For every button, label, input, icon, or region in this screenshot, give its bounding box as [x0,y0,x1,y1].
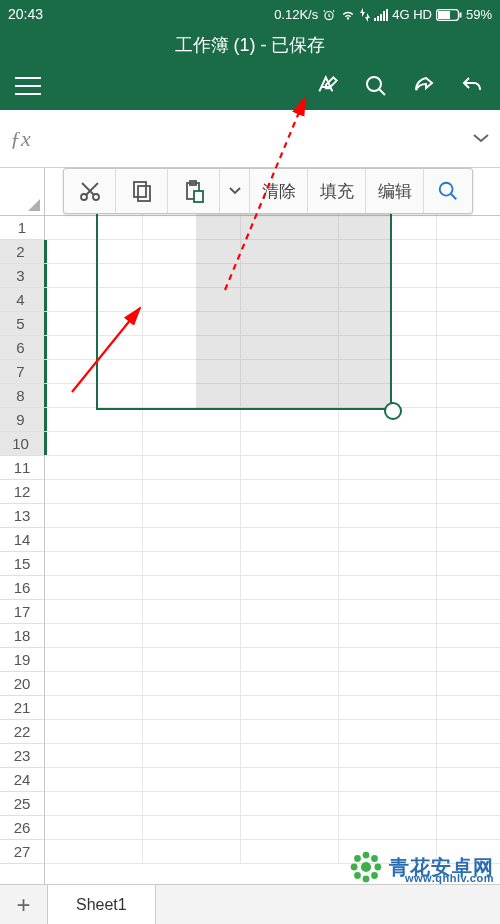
cell[interactable] [45,312,143,335]
cell[interactable] [45,552,143,575]
row-header[interactable]: 27 [0,840,44,864]
grid-row[interactable] [45,648,500,672]
cell[interactable] [143,720,241,743]
cell[interactable] [437,576,500,599]
cell[interactable] [143,504,241,527]
grid-row[interactable] [45,576,500,600]
cell[interactable] [241,528,339,551]
selection-handle-br[interactable] [384,402,402,420]
grid-row[interactable] [45,456,500,480]
cell[interactable] [45,480,143,503]
overflow-chevron[interactable] [220,169,250,213]
cell[interactable] [143,552,241,575]
cell[interactable] [45,648,143,671]
cell[interactable] [339,696,437,719]
row-header[interactable]: 2 [0,240,47,264]
cell[interactable] [241,264,339,287]
cell[interactable] [437,768,500,791]
grid-row[interactable] [45,480,500,504]
cell[interactable] [45,432,143,455]
grid-row[interactable] [45,624,500,648]
cell[interactable] [45,816,143,839]
cell[interactable] [45,216,143,239]
grid-row[interactable] [45,528,500,552]
share-button[interactable] [400,62,448,110]
cell[interactable] [241,648,339,671]
cell[interactable] [241,216,339,239]
row-header[interactable]: 9 [0,408,47,432]
cell[interactable] [143,360,241,383]
cell[interactable] [241,696,339,719]
cell[interactable] [437,240,500,263]
grid-row[interactable] [45,288,500,312]
cell[interactable] [45,840,143,863]
cell[interactable] [437,384,500,407]
row-header[interactable]: 26 [0,816,44,840]
cell[interactable] [143,384,241,407]
grid-row[interactable] [45,504,500,528]
cell[interactable] [339,624,437,647]
cell[interactable] [241,432,339,455]
cell[interactable] [437,216,500,239]
cell[interactable] [339,672,437,695]
cell[interactable] [437,432,500,455]
cell[interactable] [339,456,437,479]
cell[interactable] [45,504,143,527]
cell[interactable] [437,600,500,623]
cell[interactable] [241,792,339,815]
cell[interactable] [241,552,339,575]
cell[interactable] [45,624,143,647]
row-header[interactable]: 5 [0,312,47,336]
cell[interactable] [241,312,339,335]
cell[interactable] [339,600,437,623]
cell[interactable] [241,504,339,527]
cell[interactable] [241,384,339,407]
cell[interactable] [437,480,500,503]
cell[interactable] [339,744,437,767]
cell[interactable] [45,576,143,599]
row-header[interactable]: 11 [0,456,44,480]
cell[interactable] [339,360,437,383]
cell[interactable] [339,336,437,359]
cell[interactable] [241,240,339,263]
row-header[interactable]: 14 [0,528,44,552]
cut-button[interactable] [64,169,116,213]
cell[interactable] [241,576,339,599]
grid-row[interactable] [45,216,500,240]
edit-button[interactable]: 编辑 [366,169,424,213]
cell[interactable] [241,360,339,383]
cell[interactable] [143,312,241,335]
fill-button[interactable]: 填充 [308,169,366,213]
cell[interactable] [45,768,143,791]
cell[interactable] [143,792,241,815]
cell[interactable] [143,816,241,839]
add-sheet-button[interactable]: + [0,885,48,924]
cell[interactable] [339,432,437,455]
row-header[interactable]: 10 [0,432,47,456]
cell[interactable] [143,672,241,695]
cell[interactable] [437,744,500,767]
clear-button[interactable]: 清除 [250,169,308,213]
cell[interactable] [437,720,500,743]
cell[interactable] [45,264,143,287]
paste-button[interactable] [168,169,220,213]
select-all-corner[interactable] [0,168,45,216]
row-header[interactable]: 17 [0,600,44,624]
cell[interactable] [437,792,500,815]
cell[interactable] [339,792,437,815]
grid-row[interactable] [45,672,500,696]
row-header[interactable]: 1 [0,216,44,240]
cell[interactable] [143,768,241,791]
grid-row[interactable] [45,360,500,384]
cell[interactable] [339,288,437,311]
cell[interactable] [339,504,437,527]
cell[interactable] [241,408,339,431]
grid-row[interactable] [45,720,500,744]
cell[interactable] [143,576,241,599]
cell[interactable] [339,240,437,263]
cell[interactable] [437,552,500,575]
grid-row[interactable] [45,696,500,720]
cell[interactable] [437,624,500,647]
grid-row[interactable] [45,792,500,816]
chevron-down-icon[interactable] [472,130,490,148]
